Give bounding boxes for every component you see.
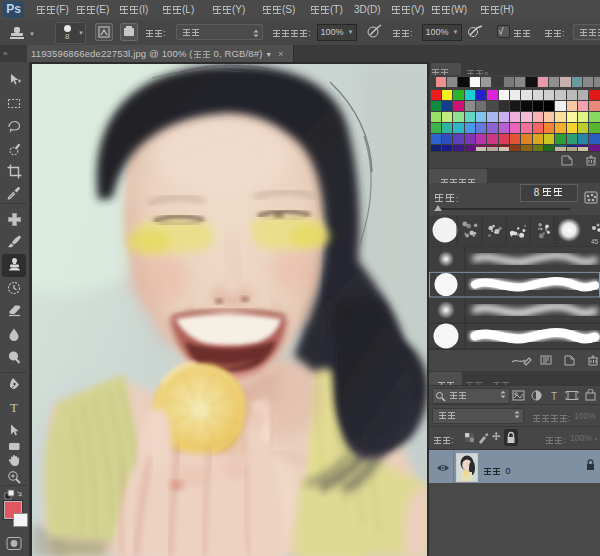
svg-text:45: 45 bbox=[591, 238, 599, 245]
svg-text:T: T bbox=[10, 400, 18, 415]
svg-text:T: T bbox=[551, 391, 557, 402]
